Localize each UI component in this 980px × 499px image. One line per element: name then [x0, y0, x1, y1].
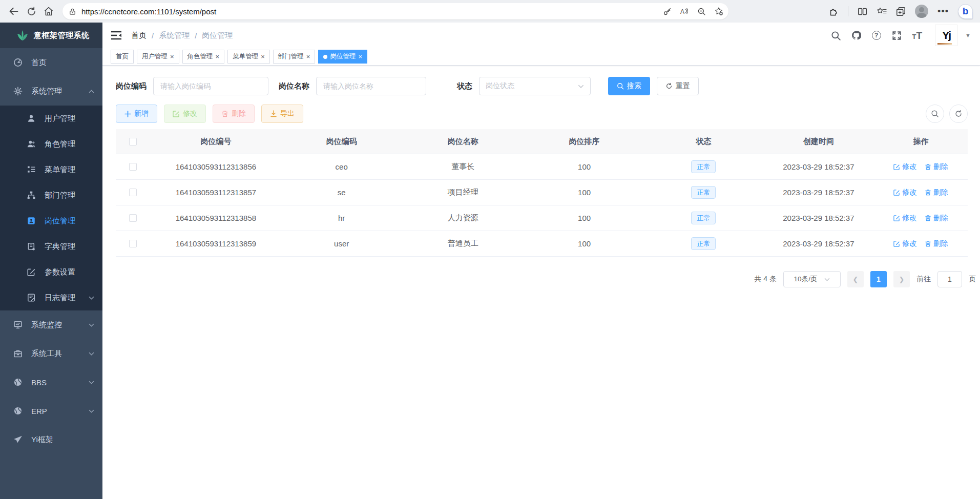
row-delete-link[interactable]: 删除 — [925, 188, 948, 197]
sidebar-item-dictionary-management[interactable]: 字典管理 — [0, 234, 102, 259]
sidebar-item-department-management[interactable]: 部门管理 — [0, 182, 102, 208]
log-icon — [27, 293, 36, 302]
lock-icon[interactable] — [69, 8, 76, 15]
browser-back-icon[interactable] — [5, 3, 23, 20]
sidebar-item-post-management[interactable]: 岗位管理 — [0, 208, 102, 234]
read-aloud-icon[interactable]: A — [680, 7, 689, 15]
sidebar-item-bbs[interactable]: BBS — [0, 368, 102, 397]
search-icon — [617, 82, 624, 90]
show-search-toggle-button[interactable] — [926, 105, 944, 123]
globe-icon — [13, 378, 23, 387]
sidebar-item-log-management[interactable]: 日志管理 — [0, 285, 102, 310]
search-button-label: 搜索 — [627, 81, 641, 91]
refresh-table-button[interactable] — [949, 105, 968, 123]
split-screen-icon[interactable] — [858, 7, 867, 16]
current-page-button[interactable]: 1 — [870, 271, 887, 287]
cell-post-name: 人力资源 — [401, 205, 525, 231]
delete-button[interactable]: 删除 — [213, 105, 255, 123]
sidebar-item-user-management[interactable]: 用户管理 — [0, 106, 102, 131]
next-page-button[interactable]: ❯ — [893, 271, 910, 287]
post-name-input[interactable] — [316, 77, 426, 95]
row-delete-link[interactable]: 删除 — [925, 239, 948, 248]
cell-created-time: 2023-03-29 18:52:37 — [763, 205, 874, 231]
font-size-icon[interactable]: TT — [912, 31, 923, 40]
zoom-out-icon[interactable] — [697, 7, 706, 16]
header-search-icon[interactable] — [831, 31, 841, 40]
breadcrumb-separator: / — [195, 31, 197, 40]
sidebar-item-home[interactable]: 首页 — [0, 48, 102, 77]
sidebar-item-parameter-settings[interactable]: 参数设置 — [0, 259, 102, 285]
url-text[interactable]: https://ccnetcore.com:1101/system/post — [81, 7, 663, 16]
tab-post-management[interactable]: 岗位管理× — [318, 50, 367, 64]
reset-button[interactable]: 重置 — [657, 77, 699, 95]
sidebar-item-system-tools[interactable]: 系统工具 — [0, 339, 102, 368]
cell-created-time: 2023-03-29 18:52:37 — [763, 154, 874, 179]
tab-home[interactable]: 首页 — [111, 50, 134, 64]
sidebar-item-menu-management[interactable]: 菜单管理 — [0, 157, 102, 182]
sidebar-menu: 首页 系统管理 用户管理 角色管理 菜单管理 — [0, 48, 102, 454]
browser-home-icon[interactable] — [40, 3, 57, 20]
sidebar-item-yi-framework[interactable]: Yi框架 — [0, 425, 102, 454]
row-edit-link[interactable]: 修改 — [893, 188, 917, 197]
sidebar-collapse-icon[interactable] — [111, 31, 122, 40]
close-icon[interactable]: × — [306, 53, 310, 60]
search-button[interactable]: 搜索 — [608, 77, 650, 95]
row-delete-link[interactable]: 删除 — [925, 162, 948, 172]
collections-icon[interactable] — [896, 7, 906, 16]
bing-chat-icon[interactable]: b — [958, 4, 973, 19]
add-favorite-icon[interactable] — [714, 7, 723, 16]
tab-menu-management[interactable]: 菜单管理× — [227, 50, 270, 64]
breadcrumb-current: 岗位管理 — [202, 31, 233, 40]
row-edit-link[interactable]: 修改 — [893, 213, 917, 223]
browser-profile-avatar[interactable] — [915, 5, 928, 18]
sidebar-item-erp[interactable]: ERP — [0, 397, 102, 425]
help-icon[interactable]: ? — [872, 31, 881, 40]
github-icon[interactable] — [851, 31, 861, 40]
sidebar-item-role-management[interactable]: 角色管理 — [0, 131, 102, 157]
delete-link-label: 删除 — [933, 213, 948, 223]
select-all-checkbox[interactable] — [129, 138, 137, 145]
fullscreen-icon[interactable] — [892, 31, 902, 40]
export-button[interactable]: 导出 — [261, 105, 303, 123]
row-checkbox[interactable] — [129, 240, 137, 247]
add-button[interactable]: 新增 — [116, 105, 157, 123]
row-checkbox[interactable] — [129, 189, 137, 196]
edit-icon — [893, 215, 900, 221]
goto-page-input[interactable] — [937, 271, 962, 287]
browser-refresh-icon[interactable] — [23, 3, 40, 20]
edit-icon — [893, 189, 900, 196]
cell-post-id: 1641030593112313858 — [150, 205, 282, 231]
status-select[interactable]: 岗位状态 — [479, 77, 591, 95]
post-code-input[interactable] — [153, 77, 268, 95]
header-post-name: 岗位名称 — [401, 129, 525, 154]
sidebar-item-system-monitor[interactable]: 系统监控 — [0, 310, 102, 339]
breadcrumb-home[interactable]: 首页 — [131, 31, 147, 40]
close-icon[interactable]: × — [170, 53, 174, 60]
post-name-label: 岗位名称 — [279, 81, 309, 91]
tab-user-management[interactable]: 用户管理× — [137, 50, 179, 64]
browser-menu-icon[interactable]: ••• — [937, 6, 949, 17]
edit-button[interactable]: 修改 — [164, 105, 206, 123]
page-size-select[interactable]: 10条/页 — [783, 271, 841, 287]
chevron-down-icon — [89, 409, 94, 413]
sidebar-item-system-management[interactable]: 系统管理 — [0, 77, 102, 106]
tab-role-management[interactable]: 角色管理× — [182, 50, 225, 64]
caret-down-icon[interactable]: ▼ — [965, 32, 971, 38]
row-edit-link[interactable]: 修改 — [893, 162, 917, 172]
address-bar[interactable]: https://ccnetcore.com:1101/system/post A — [62, 3, 728, 19]
row-edit-link[interactable]: 修改 — [893, 239, 917, 248]
prev-page-button[interactable]: ❮ — [847, 271, 864, 287]
favorites-bar-icon[interactable] — [877, 7, 887, 16]
close-icon[interactable]: × — [261, 53, 265, 60]
gear-icon — [13, 87, 23, 96]
breadcrumb-system[interactable]: 系统管理 — [159, 31, 190, 40]
close-icon[interactable]: × — [358, 53, 362, 60]
password-key-icon[interactable] — [663, 7, 672, 16]
row-delete-link[interactable]: 删除 — [925, 213, 948, 223]
tab-department-management[interactable]: 部门管理× — [273, 50, 316, 64]
extensions-icon[interactable] — [829, 7, 839, 16]
row-checkbox[interactable] — [129, 163, 137, 171]
row-checkbox[interactable] — [129, 214, 137, 222]
user-avatar[interactable]: Yj — [935, 25, 957, 46]
close-icon[interactable]: × — [216, 53, 220, 60]
